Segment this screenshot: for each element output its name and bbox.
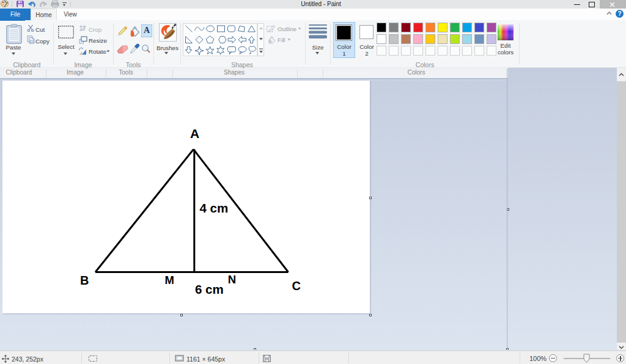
svg-text:C: C [292, 279, 301, 293]
svg-text:A: A [190, 126, 199, 140]
svg-text:N: N [228, 273, 236, 286]
svg-text:B: B [80, 274, 89, 287]
svg-text:M: M [165, 274, 174, 286]
svg-text:6 cm: 6 cm [195, 282, 224, 296]
svg-text:4 cm: 4 cm [200, 201, 229, 215]
